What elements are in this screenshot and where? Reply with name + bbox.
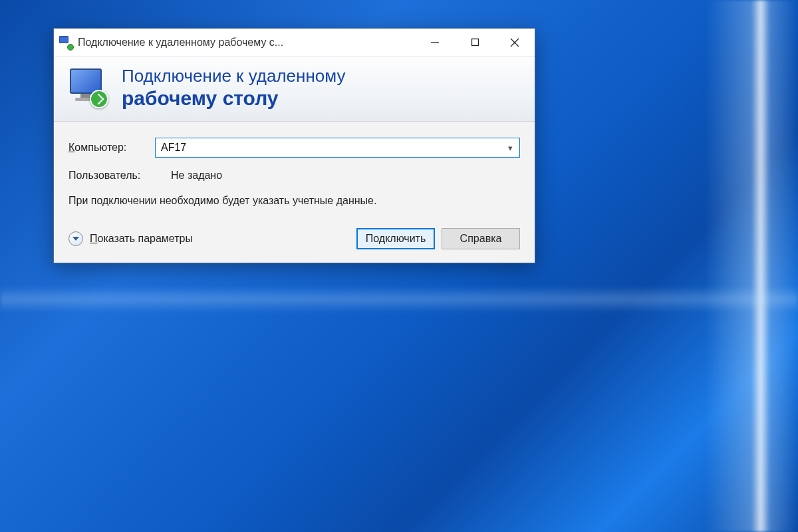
show-options-link[interactable]: Показать параметры xyxy=(90,233,193,245)
banner-line1: Подключение к удаленному xyxy=(122,66,345,86)
computer-combobox[interactable]: ▾ xyxy=(155,138,520,158)
maximize-icon xyxy=(471,38,479,47)
background-light-streak xyxy=(705,0,798,532)
expand-options-icon[interactable] xyxy=(68,231,83,246)
svg-rect-1 xyxy=(471,39,478,46)
chevron-down-icon[interactable]: ▾ xyxy=(505,143,515,153)
close-icon xyxy=(510,38,519,47)
computer-row: Компьютер: ▾ xyxy=(68,138,520,158)
rdp-icon xyxy=(67,67,110,110)
titlebar[interactable]: Подключение к удаленному рабочему с... xyxy=(54,29,535,57)
help-button[interactable]: Справка xyxy=(442,228,520,249)
connect-button[interactable]: Подключить xyxy=(356,228,435,249)
banner-line2: рабочему столу xyxy=(122,86,345,110)
user-value: Не задано xyxy=(171,170,222,182)
banner-title: Подключение к удаленному рабочему столу xyxy=(122,66,345,110)
close-button[interactable] xyxy=(495,29,535,57)
maximize-button[interactable] xyxy=(455,29,495,57)
user-row: Пользователь: Не задано xyxy=(68,170,520,182)
dialog-body: Компьютер: ▾ Пользователь: Не задано При… xyxy=(54,122,535,263)
header-banner: Подключение к удаленному рабочему столу xyxy=(54,57,535,122)
credentials-info: При подключении необходимо будет указать… xyxy=(68,194,441,208)
rdp-dialog-window: Подключение к удаленному рабочему с... П… xyxy=(53,28,535,263)
user-label: Пользователь: xyxy=(68,170,155,182)
computer-label: Компьютер: xyxy=(68,142,155,154)
minimize-button[interactable] xyxy=(415,29,455,57)
footer: Показать параметры Подключить Справка xyxy=(68,228,520,249)
minimize-icon xyxy=(430,38,440,47)
computer-input[interactable] xyxy=(161,142,505,154)
app-icon xyxy=(59,36,72,49)
window-title: Подключение к удаленному рабочему с... xyxy=(78,37,283,49)
background-light-streak-h xyxy=(0,286,798,313)
